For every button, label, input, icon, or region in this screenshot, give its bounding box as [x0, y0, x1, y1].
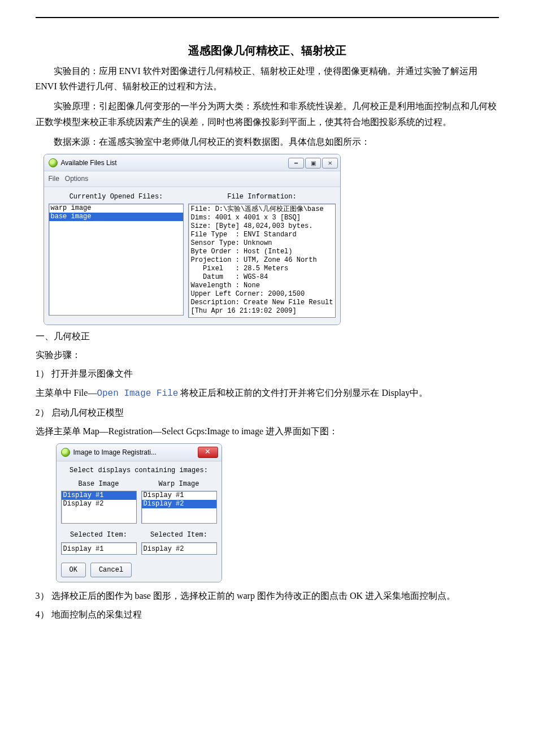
close-button[interactable]: ✕: [198, 447, 218, 458]
step-1-desc: 主菜单中 File—Open Image File 将校正后和校正前的文件打开并…: [36, 385, 499, 401]
window-title: Available Files List: [61, 157, 288, 169]
para-source: 数据来源：在遥感实验室中老师做几何校正的资料数据图。具体信息如图所示：: [36, 134, 499, 149]
list-item[interactable]: Display #2: [142, 500, 216, 508]
close-button[interactable]: ✕: [322, 158, 338, 169]
available-files-window: Available Files List ━ ▣ ✕ File Options …: [44, 154, 341, 325]
opened-files-list[interactable]: warp image base image: [49, 204, 184, 316]
warp-image-header: Warp Image: [141, 478, 217, 491]
list-item[interactable]: warp image: [49, 204, 184, 213]
selected-item-label: Selected Item:: [141, 529, 217, 541]
section-heading: 一、几何校正: [36, 329, 499, 344]
warp-selected-input[interactable]: Display #2: [141, 542, 217, 555]
ok-button[interactable]: OK: [61, 563, 86, 577]
step-3: 3） 选择校正后的图作为 base 图形，选择校正前的 warp 图作为待改正的…: [36, 588, 499, 603]
step-2: 2） 启动几何校正模型: [36, 405, 499, 420]
base-selected-input[interactable]: Display #1: [61, 542, 137, 555]
list-item[interactable]: Display #2: [62, 500, 136, 508]
step-1: 1） 打开并显示图像文件: [36, 366, 499, 381]
envi-icon: [49, 158, 58, 167]
page-title: 遥感图像几何精校正、辐射校正: [36, 41, 499, 60]
window-titlebar[interactable]: Image to Image Registrati... ✕: [57, 444, 222, 461]
list-item[interactable]: Display #1: [62, 491, 136, 500]
dialog-subtitle: Select displays containing images:: [61, 465, 217, 476]
menu-file[interactable]: File: [49, 175, 59, 183]
steps-heading: 实验步骤：: [36, 347, 499, 362]
menu-options[interactable]: Options: [65, 175, 88, 183]
base-image-list[interactable]: Display #1 Display #2: [61, 491, 137, 524]
list-item[interactable]: Display #1: [142, 491, 216, 500]
para-principle: 实验原理：引起图像几何变形的一半分为两大类：系统性和非系统性误差。几何校正是利用…: [36, 98, 499, 129]
file-info-header: File Information:: [188, 191, 335, 204]
maximize-button[interactable]: ▣: [305, 158, 321, 169]
step-4: 4） 地面控制点的采集过程: [36, 607, 499, 622]
base-image-header: Base Image: [61, 478, 137, 491]
selected-item-label: Selected Item:: [61, 529, 137, 541]
opened-files-header: Currently Opened Files:: [49, 191, 184, 204]
envi-icon: [61, 448, 70, 457]
window-titlebar[interactable]: Available Files List ━ ▣ ✕: [44, 154, 340, 171]
minimize-button[interactable]: ━: [288, 158, 304, 169]
menu-path: Open Image File: [97, 388, 178, 399]
step-2-desc: 选择主菜单 Map—Registration—Select Gcps:Image…: [36, 424, 499, 439]
para-objective: 实验目的：应用 ENVI 软件对图像进行几何精校正、辐射校正处理，使得图像更精确…: [36, 63, 499, 94]
registration-window: Image to Image Registrati... ✕ Select di…: [56, 443, 222, 582]
cancel-button[interactable]: Cancel: [90, 563, 132, 577]
file-info-text: File: D:\实验\遥感\几何校正图像\base Dims: 4001 x …: [188, 204, 335, 318]
window-title: Image to Image Registrati...: [73, 447, 198, 458]
warp-image-list[interactable]: Display #1 Display #2: [141, 491, 217, 524]
list-item[interactable]: base image: [49, 213, 184, 221]
menu-bar: File Options: [44, 171, 340, 187]
